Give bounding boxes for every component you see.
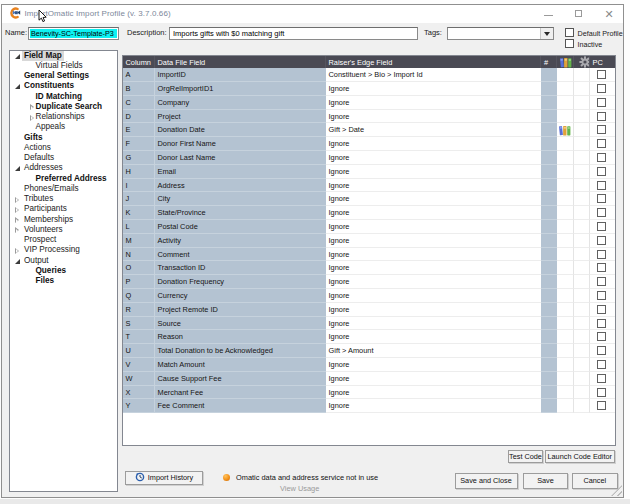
cell-raisers-edge-field[interactable]: Ignore (326, 220, 542, 234)
cell-data-file-field[interactable]: Source (155, 317, 326, 331)
grid-row-M[interactable]: MActivityIgnore (123, 234, 615, 248)
maximize-button[interactable] (564, 5, 594, 23)
pc-checkbox[interactable] (597, 332, 606, 341)
inactive-checkbox[interactable] (565, 39, 574, 48)
tree-item-prospect[interactable]: Prospect (10, 235, 117, 245)
cell-data-file-field[interactable]: Project (155, 110, 326, 124)
cell-dictionary[interactable] (557, 110, 574, 124)
cell-raisers-edge-field[interactable]: Ignore (326, 96, 542, 110)
pc-checkbox[interactable] (597, 374, 606, 383)
cell-data-file-field[interactable]: Donor First Name (155, 137, 326, 151)
grid-header-dictionary[interactable] (557, 56, 574, 69)
tree-item-preferred-address[interactable]: Preferred Address (10, 174, 117, 184)
cell-function[interactable] (574, 110, 590, 124)
tree-expander-collapsed-icon[interactable] (14, 217, 21, 224)
cell-function[interactable] (574, 206, 590, 220)
grid-row-W[interactable]: WCause Support FeeIgnore (123, 372, 615, 386)
cell-raisers-edge-field[interactable]: Ignore (326, 137, 542, 151)
tree-item-virtual-fields[interactable]: Virtual Fields (10, 61, 117, 71)
tree-item-tributes[interactable]: Tributes (10, 194, 117, 204)
pc-checkbox[interactable] (597, 181, 606, 190)
tree-item-duplicate-search[interactable]: Duplicate Search (10, 102, 117, 112)
cell-raisers-edge-field[interactable]: Ignore (326, 151, 542, 165)
grid-row-J[interactable]: JCityIgnore (123, 192, 615, 206)
cell-dictionary[interactable] (557, 358, 574, 372)
resize-grip[interactable] (611, 485, 622, 496)
grid-row-E[interactable]: EDonation DateGift > Date (123, 123, 615, 137)
cell-dictionary[interactable] (557, 372, 574, 386)
pc-checkbox[interactable] (597, 263, 606, 272)
cell-data-file-field[interactable]: Total Donation to be Acknowledged (155, 344, 326, 358)
grid-row-G[interactable]: GDonor Last NameIgnore (123, 151, 615, 165)
cell-data-file-field[interactable]: City (155, 192, 326, 206)
cell-dictionary[interactable] (557, 165, 574, 179)
cell-raisers-edge-field[interactable]: Ignore (326, 110, 542, 124)
cell-function[interactable] (574, 96, 590, 110)
pc-checkbox[interactable] (597, 139, 606, 148)
tree-expander-expanded-icon[interactable] (14, 165, 21, 172)
pc-checkbox[interactable] (597, 208, 606, 217)
grid-row-L[interactable]: LPostal CodeIgnore (123, 220, 615, 234)
cell-data-file-field[interactable]: ImportID (155, 68, 326, 82)
cell-dictionary[interactable] (557, 206, 574, 220)
cell-data-file-field[interactable]: Address (155, 179, 326, 193)
tree-item-vip-processing[interactable]: VIP Processing (10, 245, 117, 255)
cell-data-file-field[interactable]: Reason (155, 330, 326, 344)
cell-raisers-edge-field[interactable]: Ignore (326, 372, 542, 386)
grid-row-A[interactable]: AImportIDConstituent > Bio > Import Id (123, 68, 615, 82)
tree-item-files[interactable]: Files (10, 276, 117, 286)
grid-row-X[interactable]: XMerchant FeeIgnore (123, 386, 615, 400)
cell-function[interactable] (574, 261, 590, 275)
cell-dictionary[interactable] (557, 151, 574, 165)
tree-item-volunteers[interactable]: Volunteers (10, 225, 117, 235)
cell-dictionary[interactable] (557, 289, 574, 303)
cell-function[interactable] (574, 151, 590, 165)
tree-expander-expanded-icon[interactable] (14, 53, 21, 60)
cell-data-file-field[interactable]: Activity (155, 234, 326, 248)
cell-raisers-edge-field[interactable]: Ignore (326, 289, 542, 303)
cell-function[interactable] (574, 220, 590, 234)
cell-raisers-edge-field[interactable]: Constituent > Bio > Import Id (326, 68, 542, 82)
cell-function[interactable] (574, 399, 590, 413)
cell-function[interactable] (574, 330, 590, 344)
cell-data-file-field[interactable]: Email (155, 165, 326, 179)
launch-code-editor-button[interactable]: Launch Code Editor (545, 450, 615, 463)
pc-checkbox[interactable] (597, 360, 606, 369)
pc-checkbox[interactable] (597, 401, 606, 410)
cell-data-file-field[interactable]: Cause Support Fee (155, 372, 326, 386)
cell-data-file-field[interactable]: Merchant Fee (155, 386, 326, 400)
pc-checkbox[interactable] (597, 222, 606, 231)
cell-dictionary[interactable] (557, 179, 574, 193)
grid-row-D[interactable]: DProjectIgnore (123, 110, 615, 124)
grid-row-H[interactable]: HEmailIgnore (123, 165, 615, 179)
title-bar[interactable]: ImportOmatic Import Profile (v. 3.7.0.66… (2, 5, 623, 23)
cell-raisers-edge-field[interactable]: Gift > Amount (326, 344, 542, 358)
pc-checkbox[interactable] (597, 319, 606, 328)
cell-function[interactable] (574, 248, 590, 262)
cell-raisers-edge-field[interactable]: Ignore (326, 303, 542, 317)
cell-raisers-edge-field[interactable]: Ignore (326, 330, 542, 344)
cell-data-file-field[interactable]: Donation Date (155, 123, 326, 137)
grid-row-K[interactable]: KState/ProvinceIgnore (123, 206, 615, 220)
cell-raisers-edge-field[interactable]: Ignore (326, 165, 542, 179)
tree-item-constituents[interactable]: Constituents (10, 81, 117, 91)
cell-dictionary[interactable] (557, 82, 574, 96)
grid-header-function[interactable] (574, 56, 590, 69)
cell-function[interactable] (574, 275, 590, 289)
grid-header-pc[interactable]: PC (590, 56, 615, 69)
cell-raisers-edge-field[interactable]: Ignore (326, 261, 542, 275)
cell-data-file-field[interactable]: Currency (155, 289, 326, 303)
tree-expander-collapsed-icon[interactable] (14, 206, 21, 213)
cell-dictionary[interactable] (557, 330, 574, 344)
pc-checkbox[interactable] (597, 346, 606, 355)
tree-item-participants[interactable]: Participants (10, 204, 117, 214)
pc-checkbox[interactable] (597, 291, 606, 300)
cell-function[interactable] (574, 289, 590, 303)
tree-item-appeals[interactable]: Appeals (10, 122, 117, 132)
grid-row-P[interactable]: PDonation FrequencyIgnore (123, 275, 615, 289)
pc-checkbox[interactable] (597, 194, 606, 203)
pc-checkbox[interactable] (597, 167, 606, 176)
tree-expander-expanded-icon[interactable] (14, 258, 21, 265)
tree-item-actions[interactable]: Actions (10, 143, 117, 153)
cell-raisers-edge-field[interactable]: Ignore (326, 206, 542, 220)
